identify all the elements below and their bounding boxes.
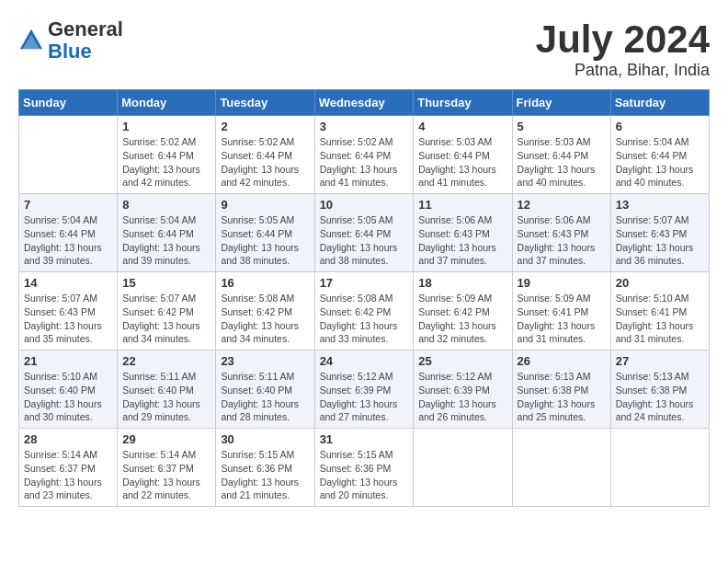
day-info: Sunrise: 5:02 AMSunset: 6:44 PMDaylight:… bbox=[122, 135, 210, 190]
day-info: Sunrise: 5:07 AMSunset: 6:42 PMDaylight:… bbox=[122, 292, 210, 346]
calendar-cell: 10Sunrise: 5:05 AMSunset: 6:44 PMDayligh… bbox=[314, 194, 414, 272]
day-number: 30 bbox=[221, 432, 309, 446]
day-number: 2 bbox=[221, 120, 309, 133]
calendar-cell: 21Sunrise: 5:10 AMSunset: 6:40 PMDayligh… bbox=[19, 350, 118, 429]
calendar-cell bbox=[610, 429, 709, 507]
day-number: 26 bbox=[518, 354, 606, 368]
weekday-header-sunday: Sunday bbox=[19, 90, 118, 116]
week-row-2: 7Sunrise: 5:04 AMSunset: 6:44 PMDaylight… bbox=[19, 194, 710, 272]
calendar-cell: 22Sunrise: 5:11 AMSunset: 6:40 PMDayligh… bbox=[118, 350, 216, 429]
title-block: July 2024 Patna, Bihar, India bbox=[536, 18, 710, 80]
day-info: Sunrise: 5:07 AMSunset: 6:43 PMDaylight:… bbox=[616, 213, 704, 268]
calendar-cell: 17Sunrise: 5:08 AMSunset: 6:42 PMDayligh… bbox=[314, 272, 414, 350]
calendar-cell bbox=[19, 116, 118, 194]
calendar-cell bbox=[414, 429, 512, 507]
calendar-cell: 23Sunrise: 5:11 AMSunset: 6:40 PMDayligh… bbox=[216, 350, 314, 429]
calendar-cell: 11Sunrise: 5:06 AMSunset: 6:43 PMDayligh… bbox=[414, 194, 512, 272]
calendar-cell: 24Sunrise: 5:12 AMSunset: 6:39 PMDayligh… bbox=[314, 350, 414, 429]
calendar-cell: 6Sunrise: 5:04 AMSunset: 6:44 PMDaylight… bbox=[610, 116, 709, 194]
day-info: Sunrise: 5:05 AMSunset: 6:44 PMDaylight:… bbox=[320, 213, 409, 268]
page-header: General Blue July 2024 Patna, Bihar, Ind… bbox=[18, 18, 710, 80]
day-info: Sunrise: 5:05 AMSunset: 6:44 PMDaylight:… bbox=[221, 213, 309, 268]
day-info: Sunrise: 5:10 AMSunset: 6:41 PMDaylight:… bbox=[616, 292, 704, 346]
day-number: 28 bbox=[24, 432, 112, 446]
day-info: Sunrise: 5:09 AMSunset: 6:41 PMDaylight:… bbox=[518, 292, 606, 346]
calendar-cell: 20Sunrise: 5:10 AMSunset: 6:41 PMDayligh… bbox=[610, 272, 709, 350]
week-row-1: 1Sunrise: 5:02 AMSunset: 6:44 PMDaylight… bbox=[19, 116, 710, 194]
day-info: Sunrise: 5:14 AMSunset: 6:37 PMDaylight:… bbox=[122, 448, 210, 502]
day-number: 23 bbox=[221, 354, 309, 368]
calendar-cell bbox=[512, 429, 610, 507]
day-number: 21 bbox=[24, 354, 112, 368]
day-info: Sunrise: 5:02 AMSunset: 6:44 PMDaylight:… bbox=[221, 135, 309, 190]
calendar-cell: 27Sunrise: 5:13 AMSunset: 6:38 PMDayligh… bbox=[610, 350, 709, 429]
weekday-header-friday: Friday bbox=[512, 90, 610, 116]
day-info: Sunrise: 5:08 AMSunset: 6:42 PMDaylight:… bbox=[320, 292, 409, 346]
calendar-cell: 26Sunrise: 5:13 AMSunset: 6:38 PMDayligh… bbox=[512, 350, 610, 429]
day-number: 13 bbox=[616, 198, 704, 212]
day-info: Sunrise: 5:02 AMSunset: 6:44 PMDaylight:… bbox=[320, 135, 409, 190]
day-info: Sunrise: 5:13 AMSunset: 6:38 PMDaylight:… bbox=[518, 370, 606, 424]
weekday-header-monday: Monday bbox=[118, 90, 216, 116]
calendar-cell: 15Sunrise: 5:07 AMSunset: 6:42 PMDayligh… bbox=[118, 272, 216, 350]
calendar-cell: 12Sunrise: 5:06 AMSunset: 6:43 PMDayligh… bbox=[512, 194, 610, 272]
day-number: 14 bbox=[24, 276, 112, 290]
day-info: Sunrise: 5:06 AMSunset: 6:43 PMDaylight:… bbox=[518, 213, 606, 268]
day-number: 11 bbox=[418, 198, 506, 212]
calendar-cell: 9Sunrise: 5:05 AMSunset: 6:44 PMDaylight… bbox=[216, 194, 314, 272]
calendar-cell: 13Sunrise: 5:07 AMSunset: 6:43 PMDayligh… bbox=[610, 194, 709, 272]
calendar-cell: 28Sunrise: 5:14 AMSunset: 6:37 PMDayligh… bbox=[19, 429, 118, 507]
day-info: Sunrise: 5:08 AMSunset: 6:42 PMDaylight:… bbox=[221, 292, 309, 346]
day-info: Sunrise: 5:12 AMSunset: 6:39 PMDaylight:… bbox=[418, 370, 506, 424]
day-number: 20 bbox=[616, 276, 704, 290]
day-info: Sunrise: 5:04 AMSunset: 6:44 PMDaylight:… bbox=[24, 213, 112, 268]
day-info: Sunrise: 5:13 AMSunset: 6:38 PMDaylight:… bbox=[616, 370, 704, 424]
day-number: 15 bbox=[122, 276, 210, 290]
calendar-cell: 3Sunrise: 5:02 AMSunset: 6:44 PMDaylight… bbox=[314, 116, 414, 194]
day-number: 8 bbox=[122, 198, 210, 212]
day-number: 12 bbox=[518, 198, 606, 212]
day-info: Sunrise: 5:11 AMSunset: 6:40 PMDaylight:… bbox=[122, 370, 210, 424]
day-number: 10 bbox=[320, 198, 409, 212]
day-number: 6 bbox=[616, 120, 704, 133]
day-number: 22 bbox=[122, 354, 210, 368]
day-info: Sunrise: 5:07 AMSunset: 6:43 PMDaylight:… bbox=[24, 292, 112, 346]
day-number: 5 bbox=[518, 120, 606, 133]
calendar-cell: 19Sunrise: 5:09 AMSunset: 6:41 PMDayligh… bbox=[512, 272, 610, 350]
logo-icon bbox=[18, 28, 44, 53]
day-number: 31 bbox=[320, 432, 409, 446]
day-number: 16 bbox=[221, 276, 309, 290]
day-info: Sunrise: 5:15 AMSunset: 6:36 PMDaylight:… bbox=[320, 448, 409, 502]
logo-blue: Blue bbox=[48, 40, 92, 63]
calendar-cell: 25Sunrise: 5:12 AMSunset: 6:39 PMDayligh… bbox=[414, 350, 512, 429]
day-number: 4 bbox=[418, 120, 506, 133]
day-info: Sunrise: 5:12 AMSunset: 6:39 PMDaylight:… bbox=[320, 370, 409, 424]
day-number: 24 bbox=[320, 354, 409, 368]
weekday-header-wednesday: Wednesday bbox=[314, 90, 414, 116]
weekday-header-thursday: Thursday bbox=[414, 90, 512, 116]
logo: General Blue bbox=[18, 18, 123, 63]
calendar-cell: 8Sunrise: 5:04 AMSunset: 6:44 PMDaylight… bbox=[118, 194, 216, 272]
day-info: Sunrise: 5:15 AMSunset: 6:36 PMDaylight:… bbox=[221, 448, 309, 502]
day-number: 27 bbox=[616, 354, 704, 368]
calendar-cell: 18Sunrise: 5:09 AMSunset: 6:42 PMDayligh… bbox=[414, 272, 512, 350]
day-number: 9 bbox=[221, 198, 309, 212]
calendar-cell: 30Sunrise: 5:15 AMSunset: 6:36 PMDayligh… bbox=[216, 429, 314, 507]
day-info: Sunrise: 5:04 AMSunset: 6:44 PMDaylight:… bbox=[122, 213, 210, 268]
calendar-cell: 14Sunrise: 5:07 AMSunset: 6:43 PMDayligh… bbox=[19, 272, 118, 350]
week-row-3: 14Sunrise: 5:07 AMSunset: 6:43 PMDayligh… bbox=[19, 272, 710, 350]
day-number: 18 bbox=[418, 276, 506, 290]
day-info: Sunrise: 5:14 AMSunset: 6:37 PMDaylight:… bbox=[24, 448, 112, 502]
day-number: 29 bbox=[122, 432, 210, 446]
day-number: 3 bbox=[320, 120, 409, 133]
calendar-cell: 16Sunrise: 5:08 AMSunset: 6:42 PMDayligh… bbox=[216, 272, 314, 350]
logo-general: General bbox=[48, 17, 123, 40]
day-number: 17 bbox=[320, 276, 409, 290]
day-info: Sunrise: 5:11 AMSunset: 6:40 PMDaylight:… bbox=[221, 370, 309, 424]
logo-text: General Blue bbox=[48, 18, 123, 63]
location: Patna, Bihar, India bbox=[536, 61, 710, 80]
calendar-cell: 7Sunrise: 5:04 AMSunset: 6:44 PMDaylight… bbox=[19, 194, 118, 272]
day-info: Sunrise: 5:03 AMSunset: 6:44 PMDaylight:… bbox=[418, 135, 506, 190]
day-info: Sunrise: 5:09 AMSunset: 6:42 PMDaylight:… bbox=[418, 292, 506, 346]
day-number: 25 bbox=[418, 354, 506, 368]
